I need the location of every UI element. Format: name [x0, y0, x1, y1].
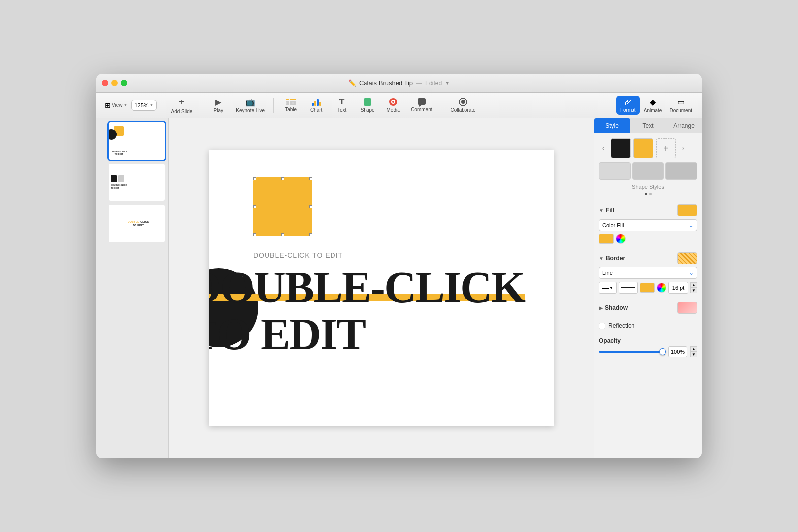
handle-middle-right[interactable]: [309, 205, 312, 208]
canvas-area[interactable]: DOUBLE-CLICK TO EDIT DOUBLE-CLICK TO EDI…: [169, 118, 594, 458]
close-button[interactable]: [102, 80, 108, 86]
chart-button[interactable]: Chart: [304, 96, 328, 115]
swatch-yellow[interactable]: [633, 138, 653, 158]
media-icon: [389, 98, 397, 106]
right-arrow[interactable]: ›: [679, 144, 688, 153]
shadow-preview[interactable]: [677, 302, 697, 314]
fill-color-preview[interactable]: [677, 204, 697, 216]
slide-2-thumbnail[interactable]: DOUBLE-CLICKTO EDIT: [109, 164, 165, 201]
slide-3-wrapper: 3 DOUBLE-CLICKTO EDIT: [100, 205, 165, 242]
reflection-checkbox[interactable]: [599, 323, 605, 329]
slide-3-thumbnail[interactable]: DOUBLE-CLICKTO EDIT: [109, 205, 165, 242]
comment-button[interactable]: Comment: [407, 96, 436, 114]
border-type-row: Line ⌄: [599, 267, 697, 279]
document-icon: ▭: [677, 98, 685, 107]
handle-middle-left[interactable]: [253, 205, 256, 208]
opacity-label: Opacity: [599, 337, 697, 344]
view-group: ⊞ View ▼ 125% ▼: [102, 100, 157, 111]
preset-2[interactable]: [632, 162, 664, 180]
swatch-black[interactable]: [611, 138, 631, 158]
collaborate-button[interactable]: Collaborate: [446, 96, 479, 115]
maximize-button[interactable]: [121, 80, 127, 86]
comment-icon: [418, 98, 426, 105]
border-preview[interactable]: [677, 252, 697, 264]
fill-type-dropdown[interactable]: Color Fill ⌄: [599, 219, 697, 231]
text-line-1: DOUBLE-CLICK: [209, 265, 525, 311]
border-pt-input[interactable]: 16 pt: [668, 282, 688, 294]
border-section-header[interactable]: ▼ Border: [599, 252, 697, 264]
border-color-swatch[interactable]: [640, 283, 655, 293]
fill-section-header[interactable]: ▼ Fill: [599, 204, 697, 216]
border-color-wheel[interactable]: [657, 283, 666, 293]
border-type-dropdown[interactable]: Line ⌄: [599, 267, 697, 279]
play-button[interactable]: ▶ Play: [206, 96, 230, 115]
separator: [201, 98, 201, 113]
text-icon: T: [339, 98, 345, 106]
keynote-live-icon: 📺: [245, 98, 255, 107]
handle-top-right[interactable]: [309, 177, 312, 180]
slide-canvas[interactable]: DOUBLE-CLICK TO EDIT DOUBLE-CLICK TO EDI…: [209, 150, 554, 426]
handle-bottom-left[interactable]: [253, 233, 256, 236]
opacity-thumb[interactable]: [659, 348, 666, 355]
traffic-lights: [102, 80, 127, 86]
preset-1[interactable]: [599, 162, 631, 180]
opacity-value[interactable]: 100%: [668, 346, 687, 357]
canvas-shape[interactable]: [253, 177, 312, 236]
text-line-2: TO EDIT: [209, 311, 525, 358]
chart-icon: [312, 98, 321, 106]
shape-button[interactable]: Shape: [356, 96, 379, 115]
zoom-button[interactable]: 125% ▼: [131, 100, 157, 111]
canvas-main-text[interactable]: DOUBLE-CLICK TO EDIT: [209, 265, 525, 358]
view-button[interactable]: ⊞ View ▼: [102, 100, 130, 111]
format-icon: 🖊: [624, 98, 632, 106]
divider-2: [599, 248, 697, 248]
line-style-select[interactable]: — ▼: [599, 282, 617, 294]
shadow-section-header[interactable]: ▶ Shadow: [599, 302, 697, 314]
tab-arrange[interactable]: Arrange: [666, 118, 702, 133]
handle-top-middle[interactable]: [281, 177, 284, 180]
animate-tab-button[interactable]: ◆ Animate: [640, 96, 666, 115]
media-button[interactable]: Media: [381, 96, 405, 115]
dot-2[interactable]: [649, 193, 652, 195]
opacity-stepper-up[interactable]: ▲: [690, 346, 697, 352]
tab-text[interactable]: Text: [630, 118, 666, 133]
tab-style[interactable]: Style: [594, 118, 630, 133]
preset-3[interactable]: [665, 162, 697, 180]
stepper-down[interactable]: ▼: [690, 288, 697, 293]
dots-row: [599, 193, 697, 195]
left-arrow[interactable]: ‹: [599, 144, 608, 153]
shape-icon: [364, 98, 371, 106]
divider-1: [599, 200, 697, 200]
keynote-live-button[interactable]: 📺 Keynote Live: [232, 96, 268, 115]
stepper-up[interactable]: ▲: [690, 282, 697, 288]
document-tab-button[interactable]: ▭ Document: [665, 96, 696, 115]
canvas-edit-hint: DOUBLE-CLICK TO EDIT: [253, 251, 343, 259]
opacity-stepper-down[interactable]: ▼: [690, 352, 697, 357]
dropdown-arrow: ⌄: [689, 222, 694, 229]
format-tab-button[interactable]: 🖊 Format: [616, 96, 640, 115]
handle-bottom-middle[interactable]: [281, 233, 284, 236]
dot-1[interactable]: [645, 193, 647, 195]
slide-1-wrapper: 1 DOUBLE-CLICKTO EDIT: [100, 122, 165, 160]
opacity-stepper: ▲ ▼: [690, 346, 697, 357]
line-preview-line: [621, 287, 635, 288]
right-panel-toolbar: 🖊 Format ◆ Animate ▭ Document: [616, 96, 696, 115]
shadow-label: Shadow: [605, 304, 628, 311]
handle-top-left[interactable]: [253, 177, 256, 180]
slide-2-wrapper: 2 DOUBLE-CLICKTO EDIT: [100, 164, 165, 201]
table-button[interactable]: Table: [279, 97, 302, 114]
right-panel-tabs: Style Text Arrange: [594, 118, 702, 133]
reflection-row: Reflection: [599, 322, 697, 329]
minimize-button[interactable]: [111, 80, 118, 86]
collaborate-icon: [458, 98, 468, 106]
slide-1-thumbnail[interactable]: DOUBLE-CLICKTO EDIT: [109, 122, 165, 160]
chevron-down-icon[interactable]: ▼: [445, 80, 450, 86]
fill-color-swatch[interactable]: [599, 234, 614, 244]
animate-icon: ◆: [650, 98, 656, 107]
opacity-slider[interactable]: [599, 351, 665, 353]
text-button[interactable]: T Text: [330, 96, 354, 115]
add-slide-button[interactable]: + Add Slide: [167, 95, 196, 116]
handle-bottom-right[interactable]: [309, 233, 312, 236]
swatch-add-button[interactable]: +: [656, 138, 676, 158]
color-wheel-icon[interactable]: [616, 234, 626, 244]
